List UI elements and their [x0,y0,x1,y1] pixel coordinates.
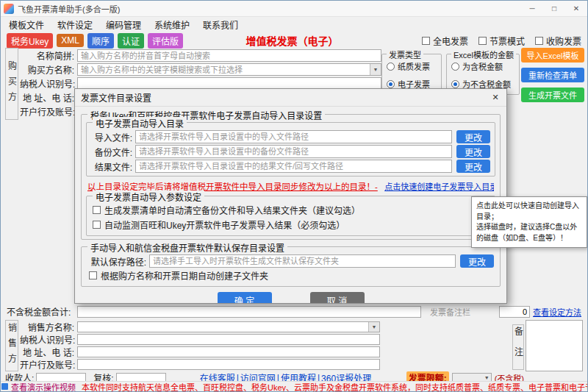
minimize-icon[interactable]: ─ [521,1,543,16]
app-logo-icon [4,4,14,14]
dialog-body: 税务Ukey和百旺税控盘开票软件电子发票自动导入目录设置 电子发票自动导入目录 … [75,107,506,304]
backup-file-row: 备份文件: 更改 [91,145,490,158]
cancel-button[interactable]: 取 消 [310,292,365,304]
seller-form: 销售方名称: ▼ 纳税人识别号: 地 址、电 话: 开户行及账号: [20,321,380,371]
default-save-directory-title: 手动导入和航信金税盘开票软件默认保存目录设置 [87,241,287,254]
remark-column-hint: 发票备注栏 [430,306,470,318]
titlebar: 飞鱼开票清单助手(多合一版) ─ □ ✕ [1,1,587,17]
result-file-path-input[interactable] [135,160,452,173]
remark-textarea[interactable] [526,320,583,371]
app-window: 飞鱼开票清单助手(多合一版) ─ □ ✕ 模板文件 软件设定 编码管理 系统维护… [0,0,588,392]
buyer-side-label: 购买方 [6,61,18,107]
menu-contact-us[interactable]: 联系我们 [196,17,245,32]
menu-software-settings[interactable]: 软件设定 [51,17,99,32]
radio-label: 为含税金额 [462,60,503,72]
import-file-path-input[interactable] [135,130,452,143]
checkbox-auto-monitor-result[interactable]: 自动监测百旺和Ukey开票软件电子发票导入结果（必须勾选） [93,218,489,231]
tooltip-line-1: 点击此处可以快速自动创建导入目录； [476,201,582,222]
checkbox-label: 生成发票清单时自动清空备份文件和导入结果文件夹（建议勾选） [104,204,360,216]
buyer-name-label: 购买方名称: [20,63,77,76]
seller-address-input[interactable] [77,346,380,357]
change-save-path-button[interactable]: 更改 [460,254,494,268]
checkbox-save-ticket-mode[interactable]: 节票模式 [478,35,525,47]
quick-create-directory-link[interactable]: 点击快速创建电子发票导入目录 [384,182,494,191]
recheck-list-button[interactable]: 重新检查清单 [521,68,584,82]
dialog-titlebar: 发票文件目录设置 ✕ [75,89,506,107]
seller-name-combobox[interactable]: ▼ [77,321,380,332]
untaxed-total-label: 不含税金额合计: [7,305,77,318]
dialog-close-icon[interactable]: ✕ [484,89,506,106]
default-save-path-input[interactable] [149,254,456,268]
buyer-pinyin-label: 名称简拼: [20,49,77,62]
remark-label: 备注 [512,327,525,368]
seller-section: 销售方 销售方名称: ▼ 纳税人识别号: 地 址、电 话: 开户行及账号: [5,320,583,371]
backup-file-path-input[interactable] [135,145,452,158]
menu-system-maintenance[interactable]: 系统维护 [148,17,196,32]
radio-paper-invoice[interactable]: 纸质发票 [387,60,441,72]
untaxed-total-input[interactable] [77,306,421,318]
menu-template-file[interactable]: 模板文件 [2,17,51,32]
change-result-path-button[interactable]: 更改 [456,160,490,173]
close-icon[interactable]: ✕ [565,1,587,16]
video-icon [1,383,8,390]
header-row: 税务Ukey XML 顺序 认证 评估版 增值税发票（电子） 全电发票 节票模式… [1,32,587,49]
default-save-path-label: 默认保存路径: [87,255,149,268]
tab-xml[interactable]: XML [57,34,84,47]
seller-taxid-input[interactable] [77,334,380,345]
default-save-directory-group: 手动导入和航信金税盘开票软件默认保存目录设置 默认保存路径: 更改 根据购方名称… [81,246,501,287]
view-settings-link[interactable]: 查看设定方法 [533,306,581,318]
checkbox-purchase-invoice[interactable]: 收购发票 [535,35,581,47]
remark-side-strip: 备注 [512,324,524,370]
buyer-side-strip: 购买方 [5,48,18,120]
import-file-label: 导入文件: [91,131,135,143]
buyer-bank-label: 开户行及账号: [20,105,77,118]
buyer-address-label: 地 址、电 话: [20,91,77,104]
seller-bank-label: 开户行及账号: [20,358,77,371]
einvoice-import-dir-subgroup: 电子发票自动导入目录 导入文件: 更改 备份文件: 更改 结果文件: [86,122,495,177]
checkbox-auto-create-subfolder[interactable]: 根据购方名称和开票日期自动创建子文件夹 [89,269,492,282]
auto-import-params-subgroup: 电子发票自动导入参数设定 生成发票清单时自动清空备份文件和导入结果文件夹（建议勾… [86,196,495,236]
totals-row: 不含税金额合计: 发票备注栏 查看设定方法 [7,304,581,318]
buyer-name-combobox[interactable]: ▼ [77,63,381,76]
seller-address-label: 地 址、电 话: [20,346,77,358]
buyer-pinyin-input[interactable] [77,49,381,62]
radio-icon [451,63,459,71]
checkbox-icon [93,206,101,214]
tab-order[interactable]: 顺序 [87,33,114,49]
tab-tax-ukey[interactable]: 税务Ukey [7,33,53,49]
checkbox-all-electronic-invoice[interactable]: 全电发票 [422,35,468,47]
tab-trial-version[interactable]: 评估版 [148,33,183,49]
buyer-name-input[interactable] [77,63,381,76]
buyer-pinyin-row: 名称简拼: [20,49,381,63]
menu-code-management[interactable]: 编码管理 [99,17,148,32]
tab-certify[interactable]: 认证 [118,33,144,49]
generate-invoice-file-button[interactable]: 生成开票文件 [521,88,584,102]
action-buttons: 导入Excel模板 重新检查清单 生成开票文件 [521,48,584,107]
checkbox-icon [535,37,543,45]
einvoice-import-dir-title: 电子发票自动导入目录 [93,117,187,129]
buyer-taxid-label: 纳税人识别号: [20,77,77,90]
import-excel-button[interactable]: 导入Excel模板 [521,48,584,63]
chevron-down-icon[interactable]: ▼ [370,64,381,75]
backup-file-label: 备份文件: [91,146,135,158]
invoice-type-title: 发票类型 [387,49,423,60]
checkbox-label: 节票模式 [490,35,525,47]
change-backup-path-button[interactable]: 更改 [456,145,490,158]
statusbar: 查看演示操作视频 本软件同时支持航天信息全电票、百旺税控盘、税务Ukey、云票助… [1,381,587,391]
default-save-path-row: 默认保存路径: 更改 [87,254,494,268]
dialog-title: 发票文件目录设置 [81,91,151,104]
radio-amount-with-tax[interactable]: 为含税金额 [451,60,519,72]
radio-icon [451,80,459,88]
seller-bank-input[interactable] [77,359,380,370]
chevron-down-icon[interactable]: ▼ [368,322,379,332]
total-value-field[interactable] [499,306,530,318]
seller-side-strip: 销售方 [5,320,18,371]
seller-name-input[interactable] [77,321,380,332]
radio-icon [387,80,395,88]
checkbox-auto-clear-folders[interactable]: 生成发票清单时自动清空备份文件和导入结果文件夹（建议勾选） [93,204,489,216]
demo-video-link[interactable]: 查看演示操作视频 [11,381,76,391]
change-import-path-button[interactable]: 更改 [456,130,490,143]
maximize-icon[interactable]: □ [543,1,565,16]
ok-button[interactable]: 确 定 [218,292,272,304]
seller-address-row: 地 址、电 话: [20,346,380,358]
